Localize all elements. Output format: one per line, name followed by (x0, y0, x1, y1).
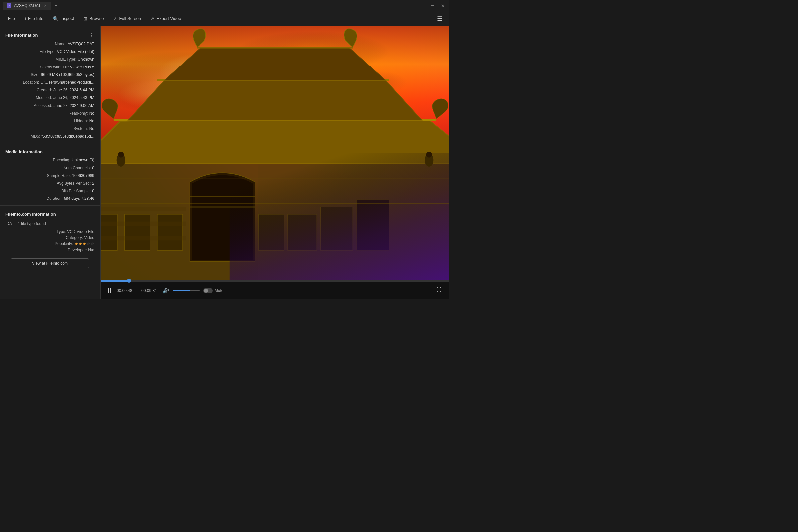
new-tab-button[interactable]: + (52, 3, 59, 8)
hidden-label: Hidden: (74, 118, 88, 125)
opens-label: Opens with: (40, 64, 61, 71)
volume-button[interactable]: 🔊 (161, 286, 170, 295)
export-label: Export Video (156, 16, 181, 21)
inspect-menu-item[interactable]: 🔍 Inspect (49, 14, 78, 23)
fullscreen-expand-button[interactable] (434, 285, 443, 296)
size-label: Size: (31, 72, 40, 78)
browse-menu-item[interactable]: ⊞ Browse (79, 14, 108, 23)
accessed-value: June 27, 2024 9:06 AM (54, 103, 94, 109)
file-menu-item[interactable]: File (4, 14, 19, 23)
system-value: No (90, 126, 94, 132)
progress-bar-fill (101, 280, 129, 282)
file-type-row: File type: VCD Video File (.dat) (0, 48, 100, 56)
video-container[interactable] (101, 26, 449, 280)
media-info-section-title: Media Information (5, 149, 42, 154)
file-menu-label: File (8, 16, 15, 21)
pause-button[interactable] (107, 287, 113, 294)
fileinfo-subtitle: .DAT - 1 file type found (5, 222, 94, 226)
hidden-row: Hidden: No (0, 117, 100, 125)
file-info-label: File Info (28, 16, 43, 21)
mime-label: MIME Type: (55, 56, 76, 62)
divider-2 (0, 206, 100, 206)
minimize-button[interactable]: ─ (418, 3, 425, 8)
encoding-value: Unknown (0) (72, 157, 94, 163)
size-row: Size: 96.29 MB (100,969,052 bytes) (0, 71, 100, 79)
maximize-button[interactable]: ▭ (429, 3, 436, 8)
opens-value: File Viewer Plus 5 (62, 64, 94, 71)
bitspersample-label: Bits Per Sample: (61, 188, 91, 194)
created-row: Created: June 26, 2024 5:44 PM (0, 87, 100, 94)
file-tab[interactable]: ▪ AVSEQ02.DAT × (3, 2, 51, 10)
divider-1 (0, 143, 100, 143)
video-panel: 00:00:48 00:09:31 🔊 (101, 26, 449, 299)
fileinfo-section: .DAT - 1 file type found Type: VCD Video… (0, 219, 100, 274)
location-row: Location: C:\Users\SharpenedProducti... (0, 79, 100, 87)
fileinfo-type-label: Type: (56, 229, 66, 234)
export-icon: ↗ (150, 16, 154, 21)
export-menu-item[interactable]: ↗ Export Video (146, 14, 185, 23)
readonly-row: Read-only: No (0, 110, 100, 117)
title-bar: ▪ AVSEQ02.DAT × + ─ ▭ ✕ (0, 0, 449, 11)
bitspersample-row: Bits Per Sample: 0 (0, 187, 100, 195)
mute-checkbox (204, 288, 213, 293)
menu-bar-left: File ℹ File Info 🔍 Inspect ⊞ Browse ⤢ Fu… (4, 14, 185, 23)
main-content: File Information ⋮ Name: AVSEQ02.DAT Fil… (0, 26, 449, 299)
volume-icon: 🔊 (162, 287, 169, 293)
hamburger-menu-button[interactable]: ☰ (434, 14, 445, 24)
svg-rect-11 (230, 153, 449, 280)
name-value: AVSEQ02.DAT (68, 41, 94, 47)
file-info-options-button[interactable]: ⋮ (89, 32, 94, 38)
readonly-label: Read-only: (69, 110, 88, 117)
close-button[interactable]: ✕ (440, 3, 446, 8)
tab-close-button[interactable]: × (43, 3, 47, 8)
volume-slider-fill (173, 290, 190, 291)
video-controls: 00:00:48 00:09:31 🔊 (101, 280, 449, 299)
file-tab-label: AVSEQ02.DAT (14, 3, 41, 8)
mime-value: Unknown (78, 56, 94, 62)
samplerate-label: Sample Rate: (47, 173, 71, 179)
encoding-label: Encoding: (53, 157, 71, 163)
browse-icon: ⊞ (83, 16, 88, 21)
fileinfo-developer-label: Developer: (68, 248, 87, 252)
fullscreen-menu-item[interactable]: ⤢ Full Screen (109, 14, 145, 23)
file-info-menu-item[interactable]: ℹ File Info (20, 14, 47, 23)
md5-value: f535f07cf855e3db0ebad16d... (41, 133, 94, 140)
star-rating-empty: ☆☆ (87, 241, 94, 246)
fullscreen-expand-icon (436, 286, 442, 293)
menu-bar: File ℹ File Info 🔍 Inspect ⊞ Browse ⤢ Fu… (0, 11, 449, 26)
accessed-label: Accessed: (34, 103, 52, 109)
bitspersample-value: 0 (92, 188, 94, 194)
fileinfo-section-header: FileInfo.com Information (0, 208, 100, 219)
temple-svg (101, 26, 449, 280)
current-time: 00:00:48 (117, 288, 132, 293)
file-info-section-header: File Information ⋮ (0, 28, 100, 40)
channels-label: Num Channels: (63, 165, 91, 171)
file-name-row: Name: AVSEQ02.DAT (0, 40, 100, 48)
total-time: 00:09:31 (141, 288, 157, 293)
file-info-icon: ℹ (24, 16, 26, 21)
channels-value: 0 (92, 165, 94, 171)
fileinfo-type-row: Type: VCD Video File (5, 229, 94, 235)
file-tab-icon: ▪ (7, 3, 11, 8)
volume-slider[interactable] (173, 290, 200, 291)
progress-bar[interactable] (101, 280, 449, 282)
accessed-row: Accessed: June 27, 2024 9:06 AM (0, 102, 100, 110)
modified-label: Modified: (36, 95, 52, 101)
created-label: Created: (37, 87, 52, 93)
svg-rect-6 (157, 214, 183, 251)
fileinfo-developer-row: Developer: N/a (5, 247, 94, 253)
window-controls: ─ ▭ ✕ (418, 3, 446, 8)
pause-bar-right (110, 288, 111, 293)
mute-label: Mute (215, 288, 224, 293)
browse-label: Browse (90, 16, 104, 21)
hidden-value: No (90, 118, 94, 125)
system-label: System: (74, 126, 88, 132)
mute-toggle[interactable]: Mute (204, 288, 224, 293)
size-value: 96.29 MB (100,969,052 bytes) (41, 72, 94, 78)
svg-rect-4 (101, 214, 117, 251)
controls-row: 00:00:48 00:09:31 🔊 (101, 282, 449, 299)
samplerate-row: Sample Rate: 1096307989 (0, 172, 100, 179)
sidebar: File Information ⋮ Name: AVSEQ02.DAT Fil… (0, 26, 100, 299)
progress-thumb[interactable] (127, 279, 131, 283)
view-fileinfo-button[interactable]: View at FileInfo.com (11, 258, 89, 268)
